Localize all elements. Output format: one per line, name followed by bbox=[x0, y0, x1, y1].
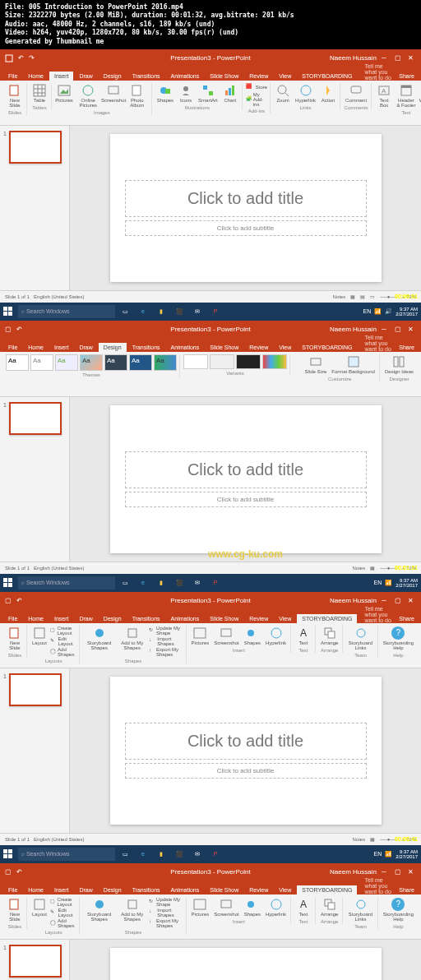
tab-view[interactable]: View bbox=[274, 72, 296, 81]
sb-hyperlink-button[interactable]: Hyperlink bbox=[264, 626, 288, 646]
slide-size-button[interactable]: Slide Size bbox=[303, 354, 329, 375]
sb-shapes-button[interactable]: Storyboard Shapes bbox=[83, 626, 115, 651]
theme-swatch[interactable]: Aa bbox=[154, 354, 177, 371]
wifi-icon[interactable]: 📶 bbox=[374, 308, 382, 315]
store-button[interactable]: 🟥Store bbox=[246, 83, 267, 91]
thumbnail-panel[interactable]: 1 bbox=[0, 126, 70, 290]
view-sorter-icon[interactable]: ▤ bbox=[360, 294, 365, 299]
tab-animations[interactable]: Animations bbox=[166, 72, 205, 81]
start-button[interactable] bbox=[0, 303, 16, 320]
save-icon[interactable] bbox=[5, 54, 13, 62]
tab-draw[interactable]: Draw bbox=[74, 343, 97, 352]
export-shapes-button[interactable]: ↑Export My Shapes bbox=[149, 647, 183, 657]
search-box[interactable]: ⌕ Search Windows bbox=[18, 848, 115, 861]
update-shape-button[interactable]: ↻Update My Shape bbox=[149, 626, 183, 636]
photo-album-button[interactable]: Photo Album bbox=[126, 83, 149, 109]
lang-indicator[interactable]: EN bbox=[363, 308, 372, 314]
new-slide-button[interactable]: New Slide bbox=[6, 897, 24, 922]
sb-pictures-button[interactable]: Pictures bbox=[190, 626, 211, 646]
mail-icon[interactable]: ✉ bbox=[189, 303, 206, 320]
design-ideas-button[interactable]: Design Ideas bbox=[383, 354, 415, 375]
slide-thumbnail[interactable] bbox=[9, 402, 62, 435]
view-normal-icon[interactable]: ▦ bbox=[350, 294, 355, 299]
slide[interactable]: Click to add title Click to add subtitle bbox=[110, 405, 382, 553]
tab-insert[interactable]: Insert bbox=[49, 72, 74, 81]
minimize-icon[interactable]: ─ bbox=[382, 54, 390, 62]
slide-canvas[interactable]: Click to add title Click to add subtitle bbox=[70, 940, 421, 980]
tab-storyboarding[interactable]: STORYBOARDING bbox=[297, 72, 357, 81]
notes-button[interactable]: Notes bbox=[332, 294, 345, 299]
theme-swatch[interactable]: Aa bbox=[55, 354, 78, 371]
title-placeholder[interactable]: Click to add title bbox=[125, 723, 367, 760]
sb-screenshot-button[interactable]: Screenshot bbox=[212, 626, 240, 646]
subtitle-placeholder[interactable]: Click to add subtitle bbox=[125, 492, 367, 507]
tab-storyboarding[interactable]: STORYBOARDING bbox=[297, 885, 357, 894]
subtitle-placeholder[interactable]: Click to add subtitle bbox=[125, 763, 367, 779]
slide-canvas[interactable]: Click to add title Click to add subtitle bbox=[70, 126, 421, 290]
thumbnail-panel[interactable]: 1 bbox=[0, 397, 70, 562]
icons-button[interactable]: Icons bbox=[177, 83, 195, 104]
powerpoint-icon[interactable]: P bbox=[207, 303, 224, 320]
tab-file[interactable]: File bbox=[3, 72, 22, 81]
tab-home[interactable]: Home bbox=[23, 72, 49, 81]
slide-thumbnail[interactable] bbox=[9, 673, 62, 706]
tab-transitions[interactable]: Transitions bbox=[127, 72, 165, 81]
slide[interactable]: Click to add title Click to add subtitle bbox=[110, 948, 382, 980]
slide-canvas[interactable]: Click to add title Click to add subtitle… bbox=[70, 397, 421, 562]
hyperlink-button[interactable]: Hyperlink bbox=[294, 83, 317, 104]
slide[interactable]: Click to add title Click to add subtitle bbox=[110, 677, 382, 825]
start-button[interactable] bbox=[0, 846, 16, 862]
variant-swatch[interactable] bbox=[210, 354, 234, 369]
zoom-button[interactable]: Zoom bbox=[274, 83, 292, 104]
tab-storyboarding[interactable]: STORYBOARDING bbox=[297, 343, 357, 352]
tab-view[interactable]: View bbox=[274, 343, 296, 352]
header-footer-button[interactable]: Header & Footer bbox=[395, 83, 418, 109]
sb-text-button[interactable]: AText bbox=[294, 626, 312, 646]
variant-swatch[interactable] bbox=[236, 354, 261, 369]
arrange-button[interactable]: Arrange bbox=[319, 626, 340, 646]
theme-swatch[interactable]: Aa bbox=[80, 354, 103, 371]
tab-file[interactable]: File bbox=[3, 343, 22, 352]
tab-draw[interactable]: Draw bbox=[74, 72, 97, 81]
start-button[interactable] bbox=[0, 575, 16, 591]
tab-review[interactable]: Review bbox=[244, 343, 273, 352]
action-button[interactable]: Action bbox=[319, 83, 337, 104]
search-box[interactable]: ⌕ Search Windows bbox=[18, 576, 115, 589]
textbox-button[interactable]: AText Box bbox=[375, 83, 393, 109]
slide-thumbnail[interactable] bbox=[9, 131, 62, 164]
add-shapes-button[interactable]: ◯Add Shapes bbox=[50, 647, 76, 657]
theme-swatch[interactable]: Aa bbox=[6, 354, 29, 371]
slide-canvas[interactable]: Click to add title Click to add subtitle bbox=[70, 668, 421, 833]
pictures-button[interactable]: Pictures bbox=[55, 83, 73, 104]
share-button[interactable]: Share bbox=[392, 343, 421, 352]
variant-swatch[interactable] bbox=[262, 354, 287, 369]
online-pictures-button[interactable]: Online Pictures bbox=[75, 83, 102, 109]
share-button[interactable]: Share bbox=[392, 72, 421, 81]
variant-swatch[interactable] bbox=[183, 354, 208, 369]
minimize-icon[interactable]: ─ bbox=[382, 326, 390, 334]
tab-slideshow[interactable]: Slide Show bbox=[205, 72, 243, 81]
undo-icon[interactable]: ↶ bbox=[16, 326, 22, 333]
smartart-button[interactable]: SmartArt bbox=[197, 83, 220, 104]
edit-layout-button[interactable]: ✎Edit Layout bbox=[50, 636, 76, 646]
theme-swatch[interactable]: Aa bbox=[129, 354, 152, 371]
theme-swatch[interactable]: Aa bbox=[104, 354, 127, 371]
thumbnail-panel[interactable]: 1 bbox=[0, 940, 70, 980]
new-slide-button[interactable]: New Slide bbox=[6, 83, 24, 109]
thumbnail-panel[interactable]: 1 bbox=[0, 668, 70, 833]
maximize-icon[interactable]: ▢ bbox=[395, 54, 403, 62]
layout-button[interactable]: Layout bbox=[30, 897, 49, 918]
save-icon[interactable]: ▢ bbox=[5, 326, 12, 333]
store-app-icon[interactable]: ⬛ bbox=[171, 303, 187, 320]
comment-button[interactable]: Comment bbox=[344, 83, 368, 104]
tab-home[interactable]: Home bbox=[23, 343, 49, 352]
search-box[interactable]: ⌕ Search Windows bbox=[18, 305, 115, 318]
addins-button[interactable]: 🧩My Add-ins bbox=[246, 92, 267, 107]
tab-transitions[interactable]: Transitions bbox=[127, 343, 165, 352]
slide[interactable]: Click to add title Click to add subtitle bbox=[110, 134, 382, 282]
screenshot-button[interactable]: Screenshot bbox=[104, 83, 124, 104]
tab-insert[interactable]: Insert bbox=[49, 343, 74, 352]
tab-design[interactable]: Design bbox=[99, 72, 127, 81]
tab-slideshow[interactable]: Slide Show bbox=[205, 343, 243, 352]
add-to-my-button[interactable]: Add to My Shapes bbox=[117, 897, 147, 922]
